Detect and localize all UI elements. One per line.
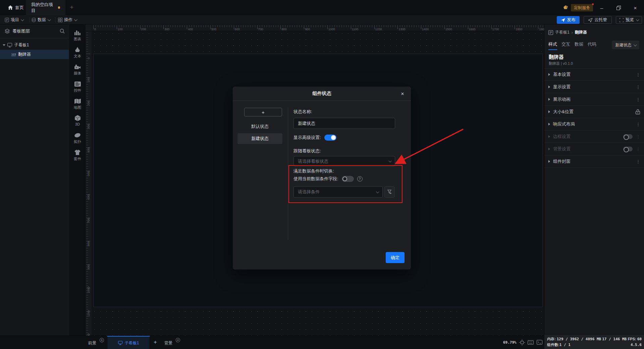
- caret-right-icon: [548, 160, 550, 163]
- tree-node-component[interactable]: 123 翻牌器: [0, 50, 69, 59]
- kebab-menu-icon[interactable]: ⋮: [636, 85, 640, 90]
- panel-tab-0[interactable]: 样式: [548, 41, 557, 50]
- kebab-menu-icon[interactable]: ⋮: [636, 147, 640, 152]
- caret-right-icon: [548, 73, 550, 76]
- modal-close-icon[interactable]: ×: [399, 90, 406, 98]
- kebab-menu-icon[interactable]: ⋮: [636, 134, 640, 139]
- fps-value: 60: [637, 337, 642, 341]
- settings-section[interactable]: 边框设置 ⋮: [544, 131, 644, 143]
- annotation-highlight-box: [288, 165, 402, 203]
- panel-tab-3[interactable]: 代码: [588, 41, 596, 50]
- layers-panel: 看板图层 子看板1 123 翻牌器: [0, 24, 69, 336]
- kebab-menu-icon[interactable]: ⋮: [636, 72, 640, 77]
- settings-section[interactable]: 响应式布局 ⋮: [544, 118, 644, 131]
- menu-project[interactable]: 项目: [5, 15, 23, 24]
- state-name-field: [293, 118, 395, 129]
- breadcrumb-board[interactable]: 子看板1: [555, 30, 570, 35]
- widget-category-strip: 图表 文本 媒体 控件 地图 3D 拓扑 套件: [69, 24, 86, 336]
- notification-dot: [592, 3, 594, 5]
- home-icon: [8, 5, 13, 10]
- settings-section[interactable]: 背景设置 ⋮: [544, 143, 644, 155]
- publish-button[interactable]: 发布: [557, 16, 580, 24]
- panel-tab-2[interactable]: 数据: [575, 41, 583, 50]
- window-close-button[interactable]: ×: [630, 3, 640, 13]
- settings-section[interactable]: 展示动画 ⋮: [544, 93, 644, 106]
- settings-section[interactable]: 显示设置 ⋮: [544, 81, 644, 93]
- state-list-item[interactable]: 新建状态: [237, 133, 282, 144]
- console-icon[interactable]: [536, 339, 543, 346]
- map-icon: [74, 98, 81, 104]
- widget-category-map[interactable]: 地图: [69, 98, 86, 112]
- gift-icon: [562, 4, 569, 11]
- state-select[interactable]: 新建状态: [612, 41, 639, 49]
- tree-node-board[interactable]: 子看板1: [0, 40, 69, 50]
- caret-right-icon: [548, 98, 550, 101]
- kebab-menu-icon[interactable]: ⋮: [636, 159, 640, 164]
- follow-board-state-label: 跟随看板状态:: [293, 148, 321, 154]
- custom-service-badge[interactable]: 定制服务: [571, 4, 593, 11]
- app-version: 4.5.6: [631, 342, 642, 348]
- chart-icon: [74, 29, 81, 36]
- caret-right-icon: [548, 123, 550, 126]
- settings-section[interactable]: 基本设置 ⋮: [544, 68, 644, 81]
- cloud-hosting-button[interactable]: 云托管: [584, 16, 612, 24]
- background-label[interactable]: 背景: [164, 340, 172, 346]
- menu-data[interactable]: 数据: [32, 15, 50, 24]
- chevron-down-icon: [21, 18, 24, 21]
- app-window: 首页 我的空白项目 + 定制服务 – × 项目 数据: [0, 0, 644, 349]
- board-tab[interactable]: 子看板1: [107, 336, 150, 349]
- layers-panel-header: 看板图层: [0, 24, 69, 38]
- tab-project[interactable]: 我的空白项目: [26, 0, 65, 15]
- widget-category-kit[interactable]: 套件: [69, 149, 86, 164]
- layers-icon: [5, 29, 10, 34]
- add-background-button[interactable]: +: [176, 338, 180, 342]
- widget-category-chart[interactable]: 图表: [69, 29, 86, 44]
- foreground-label[interactable]: 前景: [88, 340, 96, 346]
- cube-icon: [74, 115, 81, 121]
- settings-panel: 子看板1 › 翻牌器 样式交互数据代码 新建状态 翻牌器 翻牌器 | v0.1.…: [544, 24, 644, 336]
- section-toggle[interactable]: [623, 147, 633, 151]
- settings-section[interactable]: 大小&位置: [544, 106, 644, 118]
- add-board-button[interactable]: +: [154, 339, 157, 346]
- widget-category-cube[interactable]: 3D: [69, 115, 86, 130]
- add-foreground-button[interactable]: +: [100, 338, 104, 342]
- new-tab-button[interactable]: +: [68, 3, 76, 11]
- section-toggle[interactable]: [623, 134, 633, 139]
- add-state-button[interactable]: +: [244, 108, 282, 116]
- board-icon: [7, 43, 12, 47]
- advanced-settings-toggle[interactable]: [324, 135, 336, 141]
- kebab-menu-icon[interactable]: ⋮: [636, 122, 640, 127]
- caret-right-icon: [548, 110, 550, 113]
- unsaved-dot: [58, 6, 60, 9]
- caret-right-icon: [548, 148, 550, 150]
- layers-panel-title: 看板图层: [12, 28, 30, 34]
- kebab-menu-icon[interactable]: ⋮: [636, 97, 640, 102]
- menu-operation[interactable]: 操作: [58, 15, 76, 24]
- performance-status: 内存: 129 / 3962 / 4096 MB 17 / 146 MB FPS…: [544, 335, 644, 349]
- fps-label: FPS:: [628, 337, 636, 341]
- panel-tab-1[interactable]: 交互: [561, 41, 570, 50]
- zoom-level[interactable]: 69.79%: [503, 340, 517, 345]
- caret-down-icon: [3, 44, 5, 46]
- widget-category-widget[interactable]: 控件: [69, 81, 86, 95]
- horizontal-ruler: 0100200300400500600700800900100011001200…: [86, 24, 544, 31]
- window-minimize-button[interactable]: –: [597, 3, 607, 13]
- fit-screen-icon[interactable]: [519, 339, 525, 346]
- toolbar: 项目 数据 操作 发布 云托管 预览: [0, 15, 644, 24]
- lock-icon[interactable]: [635, 109, 640, 114]
- caret-right-icon: [548, 135, 550, 138]
- widget-category-text[interactable]: 文本: [69, 46, 86, 61]
- tab-home[interactable]: 首页: [3, 0, 29, 15]
- window-restore-button[interactable]: [613, 3, 624, 13]
- settings-section[interactable]: 组件封面 ⋮: [544, 155, 644, 168]
- tree-node-label: 子看板1: [14, 42, 29, 48]
- keyboard-shortcuts-icon[interactable]: [527, 339, 534, 346]
- state-list-item[interactable]: 默认状态: [237, 121, 282, 132]
- chevron-down-icon: [388, 159, 392, 162]
- search-icon[interactable]: [60, 29, 65, 34]
- widget-category-topology[interactable]: 拓扑: [69, 132, 86, 147]
- widget-category-media[interactable]: 媒体: [69, 63, 86, 78]
- preview-button[interactable]: 预览: [616, 16, 642, 24]
- state-name-input[interactable]: [298, 118, 391, 129]
- confirm-button[interactable]: 确定: [386, 252, 405, 263]
